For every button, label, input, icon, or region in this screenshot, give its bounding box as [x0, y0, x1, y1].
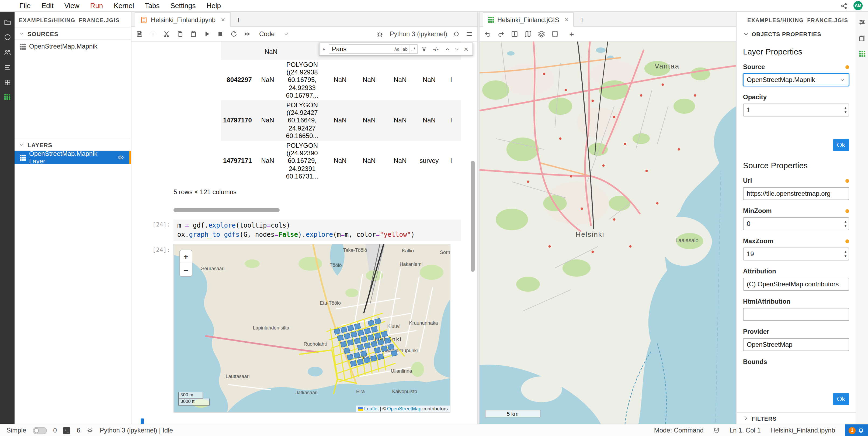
- url-input[interactable]: [743, 187, 849, 200]
- users-icon[interactable]: [3, 49, 11, 56]
- map-place-label: Lauttasaari: [225, 374, 249, 379]
- horizontal-scrollbar[interactable]: [174, 208, 461, 212]
- notebook-scrollbar[interactable]: [471, 41, 475, 424]
- new-tab-button[interactable]: +: [231, 12, 245, 26]
- osm-link[interactable]: OpenStreetMap: [387, 406, 421, 411]
- code-editor[interactable]: m = gdf.explore(tooltip=cols)ox.graph_to…: [174, 220, 461, 241]
- jgis-map-view[interactable]: VantaaHelsinkiLaajasalo 5 km: [479, 41, 736, 424]
- notifications-box[interactable]: 1: [845, 425, 868, 436]
- share-icon[interactable]: [840, 2, 848, 9]
- sources-section-header[interactable]: SOURCES: [14, 28, 131, 40]
- panel-menu-icon[interactable]: [466, 30, 473, 38]
- close-search-icon[interactable]: ×: [463, 45, 469, 53]
- next-match-icon[interactable]: [454, 46, 460, 52]
- kernels-count[interactable]: 6: [77, 427, 80, 434]
- source-select[interactable]: OpenStreetMap.Mapnik: [743, 73, 849, 86]
- stop-icon[interactable]: [217, 30, 224, 38]
- visibility-eye-icon[interactable]: [118, 154, 124, 161]
- running-kernels-icon[interactable]: [3, 33, 11, 41]
- kernel-name[interactable]: Python 3 (ipykernel): [390, 30, 447, 38]
- basemap-icon[interactable]: [524, 30, 532, 38]
- notebook-icon: [140, 16, 148, 24]
- menu-help[interactable]: Help: [201, 0, 226, 11]
- menu-edit[interactable]: Edit: [36, 0, 59, 11]
- stepper-icon[interactable]: ▴▾: [844, 220, 846, 228]
- match-case-icon[interactable]: Aa: [393, 45, 401, 53]
- run-icon[interactable]: [203, 30, 211, 38]
- layers-section-header[interactable]: LAYERS: [14, 139, 131, 151]
- menu-run[interactable]: Run: [85, 0, 108, 11]
- source-ok-button[interactable]: Ok: [833, 393, 849, 405]
- save-icon[interactable]: [136, 30, 143, 38]
- user-avatar[interactable]: AM: [854, 1, 863, 10]
- zoom-in-button[interactable]: +: [180, 250, 192, 263]
- file-browser-icon[interactable]: [3, 18, 11, 26]
- debugger-panel-icon[interactable]: [858, 34, 866, 42]
- whole-word-icon[interactable]: ab: [401, 45, 409, 53]
- objects-properties-header[interactable]: OBJECTS PROPERTIES: [743, 31, 849, 37]
- leaflet-link[interactable]: Leaflet: [364, 406, 379, 411]
- menu-tabs[interactable]: Tabs: [140, 0, 165, 11]
- paste-icon[interactable]: [190, 30, 197, 38]
- stepper-icon[interactable]: ▴▾: [844, 106, 846, 114]
- previous-match-icon[interactable]: [444, 46, 451, 52]
- zoom-out-button[interactable]: −: [180, 263, 192, 276]
- add-cell-icon[interactable]: [149, 30, 157, 38]
- filters-section-header[interactable]: FILTERS: [737, 412, 856, 424]
- htmlattribution-input[interactable]: [743, 308, 849, 321]
- leaflet-map-output[interactable]: Taka-TöölöKallioSörnTöölöHakaniemiEtu-Tö…: [174, 244, 451, 412]
- layers-icon[interactable]: [538, 30, 545, 38]
- property-inspector-icon[interactable]: [858, 18, 866, 26]
- tab-jgis[interactable]: Helsinki_Finland.jGIS ×: [483, 12, 574, 27]
- active-filename[interactable]: Helsinki_Finland.ipynb: [771, 427, 835, 434]
- toc-icon[interactable]: [3, 64, 11, 71]
- redo-icon[interactable]: [497, 30, 505, 38]
- debugger-bug-icon[interactable]: [376, 30, 384, 38]
- select-region-icon[interactable]: [551, 30, 559, 38]
- raster-layer-icon: [20, 154, 26, 161]
- regex-icon[interactable]: .*: [409, 45, 417, 53]
- kernel-status-text[interactable]: Python 3 (ipykernel) | Idle: [100, 427, 173, 434]
- menu-kernel[interactable]: Kernel: [108, 0, 139, 11]
- map-place-label: Helsinki: [576, 230, 604, 238]
- identify-icon[interactable]: [511, 30, 518, 38]
- source-item-openstreetmap[interactable]: OpenStreetMap.Mapnik: [14, 40, 131, 53]
- filter-icon[interactable]: [421, 46, 427, 52]
- opacity-input[interactable]: [743, 104, 849, 116]
- restart-run-all-icon[interactable]: [244, 30, 251, 38]
- close-tab-icon[interactable]: ×: [564, 16, 568, 24]
- active-cell-indicator[interactable]: [141, 418, 144, 424]
- search-input[interactable]: [329, 45, 393, 53]
- jgis-panel-icon[interactable]: [4, 94, 10, 100]
- add-layer-button[interactable]: +: [565, 27, 579, 41]
- search-expand-icon[interactable]: ▸: [323, 47, 326, 52]
- simple-mode-toggle[interactable]: [33, 427, 46, 434]
- new-tab-button[interactable]: +: [575, 12, 589, 26]
- jgis-right-panel-icon[interactable]: [859, 51, 865, 57]
- cursor-position[interactable]: Ln 1, Col 1: [730, 427, 761, 434]
- command-mode-indicator[interactable]: Mode: Command: [654, 427, 704, 434]
- minzoom-input[interactable]: [743, 217, 849, 230]
- chevron-down-icon: [283, 31, 289, 37]
- simple-mode-label: Simple: [6, 427, 26, 434]
- cut-icon[interactable]: [163, 30, 170, 38]
- maxzoom-input[interactable]: [743, 248, 849, 260]
- restart-kernel-icon[interactable]: [230, 30, 238, 38]
- undo-icon[interactable]: [484, 30, 491, 38]
- terminals-count[interactable]: 0: [53, 427, 57, 434]
- extensions-icon[interactable]: [3, 79, 11, 86]
- menu-file[interactable]: File: [14, 0, 36, 11]
- layer-ok-button[interactable]: Ok: [833, 139, 849, 151]
- menu-settings[interactable]: Settings: [165, 0, 201, 11]
- stepper-icon[interactable]: ▴▾: [844, 250, 846, 258]
- attribution-input[interactable]: [743, 278, 849, 291]
- panel-divider[interactable]: [477, 12, 479, 424]
- leaflet-map-svg: Taka-TöölöKallioSörnTöölöHakaniemiEtu-Tö…: [174, 244, 451, 412]
- cell-type-dropdown[interactable]: Code: [257, 29, 291, 39]
- menu-view[interactable]: View: [59, 0, 85, 11]
- layer-item-openstreetmap[interactable]: OpenStreetMap.Mapnik Layer: [14, 151, 131, 164]
- close-tab-icon[interactable]: ×: [221, 16, 225, 24]
- copy-icon[interactable]: [176, 30, 184, 38]
- tab-notebook[interactable]: Helsinki_Finland.ipynb ×: [135, 12, 230, 27]
- provider-input[interactable]: [743, 338, 849, 351]
